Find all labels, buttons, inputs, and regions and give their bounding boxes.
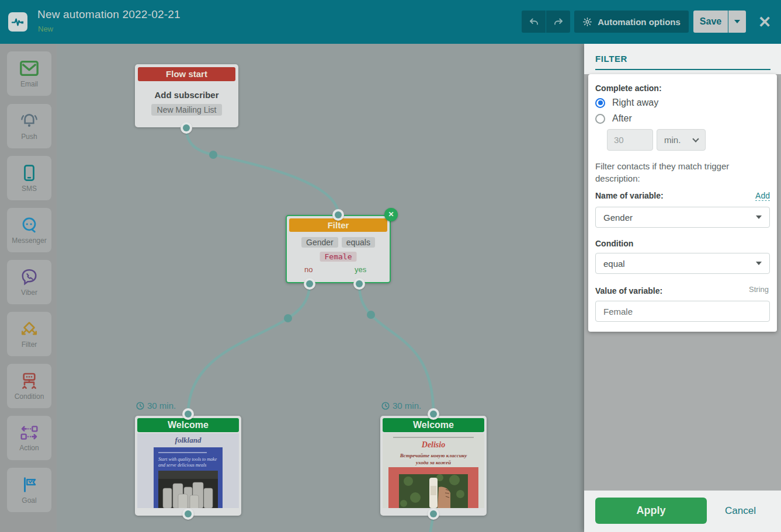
sidebar-item-filter[interactable]: Filter: [7, 312, 51, 356]
port-welcome-right-out[interactable]: [428, 508, 439, 520]
variable-name-dropdown[interactable]: Gender: [595, 207, 770, 228]
sidebar-item-messenger[interactable]: Messenger: [7, 208, 51, 252]
sidebar-item-label: Email: [20, 80, 38, 88]
value-type-hint: String: [749, 285, 769, 294]
panel-title: FILTER: [595, 54, 627, 64]
node-welcome-header: Welcome: [137, 418, 239, 432]
brand-logo-text: folkland: [137, 436, 239, 445]
connector-filter-yes-to-welcome-right[interactable]: [359, 284, 433, 414]
complete-action-label: Complete action:: [595, 84, 662, 93]
app-header: New automation 2022-02-21 New Automation…: [0, 0, 781, 44]
mailing-list-tag: New Mailing List: [151, 104, 223, 116]
close-editor-button[interactable]: ✕: [756, 13, 773, 31]
port-welcome-left-out[interactable]: [182, 508, 194, 520]
port-filter-no-out[interactable]: [304, 278, 315, 290]
sidebar-item-sms[interactable]: SMS: [7, 156, 51, 200]
delay-text: 30 min.: [393, 401, 421, 411]
condition-label: Condition: [595, 239, 633, 248]
filter-settings-form: Complete action: Right away After min. F…: [588, 74, 777, 332]
sidebar-item-email[interactable]: Email: [7, 51, 51, 96]
chevron-down-icon: [692, 135, 699, 142]
delay-text: 30 min.: [147, 401, 176, 411]
email-body-panel: [388, 467, 478, 508]
panel-title-rule: [595, 69, 770, 70]
sidebar-item-action[interactable]: Action: [7, 416, 51, 460]
connector-waypoint[interactable]: [367, 311, 375, 319]
flow-canvas[interactable]: Flow start Add subscriber New Mailing Li…: [57, 44, 584, 532]
email-headline-line2: and serve delicious meals: [158, 463, 206, 468]
email-photo-skincare: [399, 474, 468, 508]
condition-icon: [20, 372, 39, 390]
chevron-down-icon: [756, 215, 762, 219]
email-preview-folkland: folkland Start with quality tools to mak…: [137, 433, 239, 508]
radio-after[interactable]: After: [595, 113, 632, 124]
undo-button[interactable]: [522, 11, 546, 33]
email-body-panel: Start with quality tools to make and ser…: [154, 447, 223, 508]
radio-after-label: After: [612, 113, 632, 124]
email-icon: [19, 60, 39, 77]
sidebar-item-label: Goal: [22, 496, 36, 505]
radio-unselected-icon[interactable]: [595, 114, 605, 124]
panel-header: FILTER: [584, 44, 781, 74]
chevron-down-icon: [734, 20, 740, 23]
save-dropdown-button[interactable]: [728, 11, 746, 33]
condition-dropdown[interactable]: equal: [595, 253, 770, 274]
sidebar-item-condition[interactable]: Condition: [7, 364, 51, 408]
variable-value-input[interactable]: [595, 301, 770, 322]
filter-operator-tag: equals: [342, 237, 375, 248]
pulse-icon: [11, 15, 25, 29]
clock-icon: [381, 402, 390, 410]
undo-icon: [529, 16, 539, 27]
port-filter-yes-out[interactable]: [353, 278, 365, 290]
sidebar-item-label: Filter: [22, 340, 37, 349]
delay-label-left: 30 min.: [136, 401, 176, 411]
node-filter[interactable]: Filter Gender equals Female no yes: [286, 215, 391, 283]
filter-variable-tag: Gender: [301, 237, 338, 248]
delay-unit-select[interactable]: min.: [657, 129, 706, 151]
node-flow-start[interactable]: Flow start Add subscriber New Mailing Li…: [135, 64, 238, 127]
connector-filter-no-to-welcome-left[interactable]: [188, 284, 310, 414]
port-flow-start-out[interactable]: [181, 122, 192, 134]
clock-icon: [136, 402, 144, 410]
automation-status: New: [38, 25, 53, 33]
cancel-button[interactable]: Cancel: [718, 498, 762, 524]
brand-logo-text: Delisio: [383, 440, 484, 450]
node-welcome-email-right[interactable]: Welcome Delisio Встречайте новую классик…: [380, 416, 487, 516]
apply-button[interactable]: Apply: [595, 498, 707, 524]
delay-amount-input[interactable]: [607, 129, 653, 151]
save-label: Save: [700, 16, 721, 27]
radio-right-away[interactable]: Right away: [595, 98, 658, 108]
save-button[interactable]: Save: [693, 11, 728, 33]
value-of-variable-label: Value of variable:: [595, 286, 662, 295]
sidebar-item-label: Action: [19, 444, 39, 452]
sidebar-item-goal[interactable]: Goal: [7, 468, 51, 512]
sidebar-item-label: Push: [21, 133, 37, 141]
filter-value-tag: Female: [320, 252, 357, 262]
connector-waypoint[interactable]: [284, 314, 292, 322]
connector-start-to-filter[interactable]: [186, 128, 338, 215]
filter-icon: [19, 320, 39, 338]
node-welcome-email-left[interactable]: Welcome folkland Start with quality tool…: [135, 416, 241, 516]
email-headline-line1: Start with quality tools to make: [158, 457, 217, 462]
automation-options-button[interactable]: Automation options: [574, 11, 689, 33]
panel-footer: Apply Cancel: [584, 491, 781, 532]
connector-waypoint[interactable]: [209, 151, 217, 159]
automation-options-label: Automation options: [598, 17, 681, 27]
sidebar-item-push[interactable]: Push: [7, 104, 51, 148]
port-welcome-left-in[interactable]: [182, 408, 194, 420]
email-preheader-line: [158, 452, 207, 453]
delete-node-button[interactable]: ✕: [384, 208, 398, 221]
viber-icon: [20, 268, 38, 286]
messenger-icon: [20, 216, 38, 234]
redo-button[interactable]: [546, 11, 570, 33]
automation-title[interactable]: New automation 2022-02-21: [37, 8, 181, 21]
port-welcome-right-in[interactable]: [428, 408, 439, 420]
port-filter-in[interactable]: [332, 209, 344, 221]
add-variable-link[interactable]: Add: [755, 191, 770, 201]
radio-selected-icon[interactable]: [595, 98, 605, 108]
flow-start-trigger: Add subscriber: [135, 90, 238, 100]
push-bell-icon: [20, 112, 39, 130]
sms-phone-icon: [21, 164, 37, 182]
filter-description: Filter contacts if they match trigger de…: [595, 160, 769, 185]
sidebar-item-viber[interactable]: Viber: [7, 260, 51, 304]
